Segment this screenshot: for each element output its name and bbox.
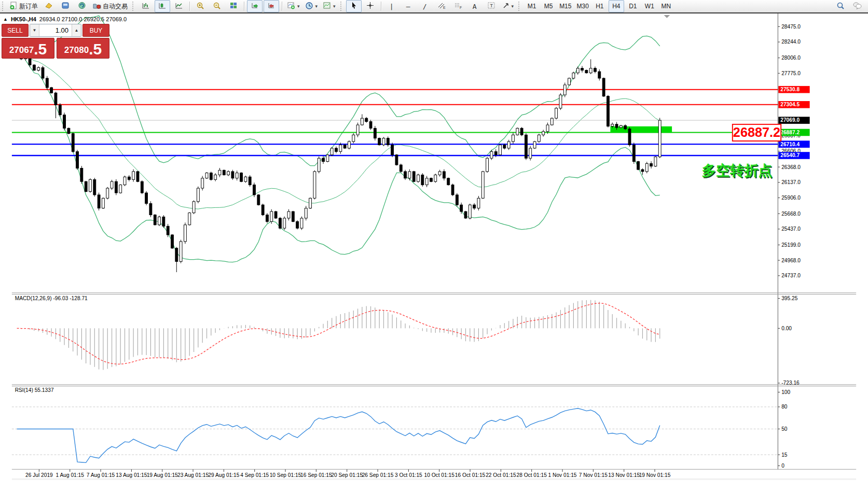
periods-button[interactable]: ▾ bbox=[303, 0, 320, 12]
sell-price-dec: .5 bbox=[34, 41, 47, 57]
macd-signal-line bbox=[17, 303, 660, 364]
tab-timeframe-w1[interactable]: W1 bbox=[642, 0, 657, 12]
line-chart-icon bbox=[175, 2, 183, 11]
candle-body bbox=[42, 67, 44, 78]
time-tick-label: 7 Aug 01:15 bbox=[87, 472, 115, 478]
sell-button[interactable]: SELL bbox=[2, 24, 29, 37]
candle-body bbox=[361, 118, 363, 125]
chart-shift-marker bbox=[664, 15, 670, 18]
candle-body bbox=[451, 185, 454, 195]
volume-input[interactable] bbox=[39, 24, 72, 36]
new-order-button[interactable]: 新订单 bbox=[8, 0, 40, 12]
tab-timeframe-m30[interactable]: M30 bbox=[574, 0, 590, 12]
market-watch-button[interactable] bbox=[41, 0, 57, 12]
toolbar-grip bbox=[340, 2, 343, 11]
buy-button[interactable]: BUY bbox=[82, 24, 109, 37]
sell-price-int: 27067 bbox=[9, 44, 34, 57]
text-label-button[interactable]: T bbox=[484, 0, 499, 12]
zoom-out-button[interactable] bbox=[209, 0, 225, 12]
timeframe-label: W1 bbox=[645, 3, 654, 10]
text-button[interactable]: A bbox=[467, 0, 483, 12]
candle-body bbox=[507, 142, 510, 148]
chart-canvas[interactable]: 28475.028244.028006.027775.026837.026606… bbox=[0, 13, 868, 493]
tab-timeframe-m5[interactable]: M5 bbox=[541, 0, 556, 12]
buy-price-button[interactable]: 27080.5 bbox=[57, 38, 109, 59]
candle-body bbox=[63, 115, 66, 129]
price-tick-label: 25437.0 bbox=[781, 226, 801, 232]
buy-price-dec: .5 bbox=[89, 41, 102, 57]
channel-button[interactable]: E bbox=[434, 0, 449, 12]
price-badge-label: 26540.7 bbox=[780, 152, 800, 158]
time-tick-label: 26 Sep 01:15 bbox=[362, 472, 394, 478]
tab-timeframe-m1[interactable]: M1 bbox=[524, 0, 540, 12]
candle-body bbox=[529, 148, 532, 158]
candle-body bbox=[460, 205, 463, 212]
time-tick-label: 10 Sep 01:15 bbox=[270, 472, 301, 478]
tab-timeframe-h1[interactable]: H1 bbox=[592, 0, 608, 12]
timeframe-label: H1 bbox=[596, 3, 603, 10]
candle-body bbox=[231, 172, 234, 178]
candle-body bbox=[205, 173, 208, 178]
arrows-icon bbox=[502, 2, 509, 11]
chart-shift-button[interactable] bbox=[264, 0, 279, 12]
vertical-line-button[interactable]: | bbox=[384, 0, 399, 12]
svg-text:T: T bbox=[490, 3, 493, 8]
tab-timeframe-m15[interactable]: M15 bbox=[557, 0, 573, 12]
candle-body bbox=[85, 181, 87, 191]
candle-body bbox=[417, 175, 420, 181]
data-window-button[interactable] bbox=[58, 0, 73, 12]
autotrading-button[interactable]: 自动交易 bbox=[91, 0, 130, 12]
tab-timeframe-mn[interactable]: MN bbox=[658, 0, 674, 12]
candle-body bbox=[318, 158, 320, 172]
line-chart-button[interactable] bbox=[171, 0, 187, 12]
signals-button[interactable] bbox=[74, 0, 90, 12]
timeframe-label: M5 bbox=[544, 3, 553, 10]
crosshair-button[interactable] bbox=[363, 0, 378, 12]
cursor-button[interactable] bbox=[346, 0, 362, 12]
price-tick-label: 24968.0 bbox=[781, 258, 801, 263]
toolbar: 新订单 自动交易 bbox=[0, 0, 868, 13]
candle-body bbox=[154, 215, 156, 224]
candlestick-chart-button[interactable] bbox=[155, 0, 170, 12]
zoom-in-button[interactable] bbox=[192, 0, 208, 12]
bar-chart-button[interactable] bbox=[138, 0, 154, 12]
search-button[interactable] bbox=[833, 0, 848, 12]
macd-tick-label: -723.16 bbox=[781, 380, 800, 386]
candle-body bbox=[115, 181, 117, 193]
candle-body bbox=[37, 67, 40, 70]
volume-increase-button[interactable]: ▲ bbox=[72, 24, 81, 36]
price-tick-label: 27775.0 bbox=[781, 71, 801, 76]
candle-body bbox=[266, 215, 269, 221]
indicators-button[interactable]: ▾ bbox=[285, 0, 302, 12]
tab-timeframe-d1[interactable]: D1 bbox=[625, 0, 641, 12]
candle-body bbox=[214, 175, 217, 179]
chat-button[interactable] bbox=[849, 0, 865, 12]
candle-body bbox=[106, 188, 109, 198]
time-tick-label: 10 Oct 01:15 bbox=[424, 472, 454, 478]
candle-body bbox=[261, 205, 264, 215]
volume-decrease-button[interactable]: ▼ bbox=[30, 24, 39, 36]
tab-timeframe-h4[interactable]: H4 bbox=[609, 0, 624, 12]
collapse-triangle-icon[interactable]: ▲ bbox=[3, 17, 8, 22]
tile-windows-button[interactable] bbox=[226, 0, 241, 12]
horizontal-line-icon: — bbox=[406, 3, 410, 10]
auto-scroll-button[interactable] bbox=[247, 0, 263, 12]
candle-body bbox=[274, 212, 277, 218]
rsi-tick-label: 80 bbox=[781, 404, 788, 410]
sell-price-button[interactable]: 27067.5 bbox=[2, 38, 54, 59]
chart-area[interactable]: 28475.028244.028006.027775.026837.026606… bbox=[0, 13, 868, 493]
horizontal-line-button[interactable]: — bbox=[401, 0, 416, 12]
arrows-button[interactable]: ▾ bbox=[500, 0, 516, 12]
candle-body bbox=[490, 151, 493, 158]
candle-body bbox=[602, 78, 605, 96]
symbol-ohlc: 26934.0 27100.0 26920.5 27069.0 bbox=[39, 16, 127, 22]
time-tick-label: 19 Nov 01:15 bbox=[639, 472, 671, 478]
templates-button[interactable]: ▾ bbox=[321, 0, 338, 12]
candle-body bbox=[520, 128, 523, 135]
trendline-button[interactable]: / bbox=[417, 0, 433, 12]
chevron-down-icon: ▾ bbox=[512, 4, 514, 9]
fibonacci-button[interactable]: F bbox=[450, 0, 466, 12]
price-tick-label: 26137.0 bbox=[781, 179, 801, 185]
candle-body bbox=[257, 195, 260, 205]
toolbar-separator bbox=[381, 2, 381, 11]
